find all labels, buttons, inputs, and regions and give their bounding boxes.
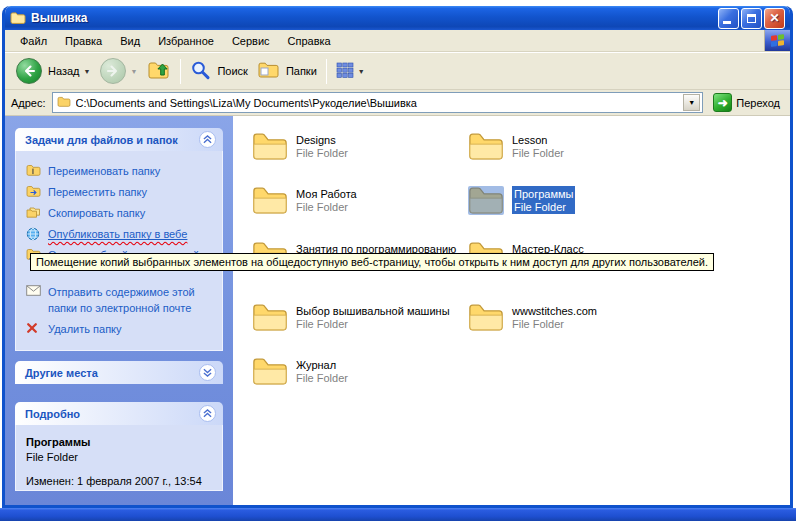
file-item[interactable]: Моя РаботаFile Folder	[252, 186, 457, 215]
minimize-button[interactable]	[718, 8, 739, 29]
task-link[interactable]: Скопировать папку	[48, 205, 145, 221]
menu-items: ФайлПравкаВидИзбранноеСервисСправка	[5, 30, 340, 51]
forward-arrow-icon	[100, 58, 126, 84]
file-name: Выбор вышивальной машины	[296, 305, 450, 318]
back-button[interactable]: Назад ▼	[11, 56, 95, 86]
folder-up-icon	[147, 59, 171, 83]
delete-icon	[26, 322, 42, 334]
file-item[interactable]: ЖурналFile Folder	[252, 357, 457, 386]
window-folder-icon	[10, 11, 26, 25]
details-title: Подробно	[25, 408, 80, 420]
file-name: Designs	[296, 134, 348, 147]
main-area: Задачи для файлов и папок Переименовать …	[5, 116, 790, 505]
task-link[interactable]: Опубликовать папку в вебе	[48, 226, 187, 242]
back-label: Назад	[46, 65, 80, 77]
folders-label: Папки	[284, 65, 317, 77]
tooltip: Помещение копий выбранных элементов на о…	[30, 253, 714, 271]
views-dropdown-icon[interactable]: ▼	[358, 68, 365, 75]
task-link[interactable]: Переместить папку	[48, 184, 147, 200]
task-move-folder[interactable]: Переместить папку	[26, 184, 216, 200]
address-input[interactable]: C:\Documents and Settings\Liza\My Docume…	[52, 92, 704, 113]
folders-button[interactable]: Папки	[253, 59, 322, 83]
minimize-icon	[723, 21, 731, 24]
folder-icon	[252, 303, 288, 332]
publish-web-icon	[26, 227, 42, 241]
go-arrow-icon: ➜	[713, 93, 732, 112]
file-type: File Folder	[512, 318, 597, 331]
chevron-up-icon[interactable]	[199, 131, 216, 148]
search-icon	[190, 60, 211, 83]
titlebar[interactable]: Вышивка ✕	[5, 6, 790, 30]
address-folder-icon	[57, 96, 71, 109]
folder-icon	[252, 357, 288, 386]
address-path[interactable]: C:\Documents and Settings\Liza\My Docume…	[76, 97, 679, 109]
file-type: File Folder	[296, 372, 348, 385]
file-type: File Folder	[512, 147, 564, 160]
tasks-section-header[interactable]: Задачи для файлов и папок	[15, 128, 223, 151]
menu-item-2[interactable]: Вид	[111, 32, 149, 50]
forward-button[interactable]: ▼	[95, 56, 142, 86]
details-header[interactable]: Подробно	[15, 402, 223, 425]
windows-flag-icon	[771, 34, 785, 48]
file-name: Журнал	[296, 359, 348, 372]
addressbar: Адрес: C:\Documents and Settings\Liza\My…	[5, 90, 790, 116]
toolbar: Назад ▼ ▼	[5, 52, 790, 90]
views-button[interactable]: ▼	[331, 60, 370, 82]
go-button[interactable]: ➜ Переход	[709, 93, 784, 112]
file-item[interactable]: ПрограммыFile Folder	[468, 186, 673, 215]
file-name: Программы	[512, 188, 575, 201]
chevron-down-icon[interactable]	[199, 364, 216, 381]
details-body: Программы File Folder Изменен: 1 февраля…	[15, 425, 223, 491]
other-places-header[interactable]: Другие места	[15, 361, 223, 384]
file-item[interactable]: Выбор вышивальной машиныFile Folder	[252, 303, 457, 332]
back-arrow-icon	[16, 58, 42, 84]
task-copy-folder[interactable]: Скопировать папку	[26, 205, 216, 221]
task-rename-folder[interactable]: Переименовать папку	[26, 163, 216, 179]
search-label: Поиск	[215, 65, 247, 77]
details-file-type: File Folder	[26, 450, 216, 465]
close-button[interactable]: ✕	[764, 8, 785, 29]
menu-item-1[interactable]: Правка	[56, 32, 111, 50]
chevron-up-icon[interactable]	[199, 405, 216, 422]
file-name: wwwstitches.com	[512, 305, 597, 318]
menu-item-0[interactable]: Файл	[11, 32, 56, 50]
folder-icon	[468, 132, 504, 161]
task-delete[interactable]: Удалить папку	[26, 321, 216, 337]
maximize-icon	[747, 14, 756, 23]
task-link[interactable]: Отправить содержимое этой папки по элект…	[48, 284, 216, 316]
address-dropdown-button[interactable]: ▼	[683, 94, 700, 111]
file-item[interactable]: DesignsFile Folder	[252, 132, 457, 161]
file-type: File Folder	[296, 318, 450, 331]
windows-logo	[764, 30, 790, 51]
file-item[interactable]: LessonFile Folder	[468, 132, 673, 161]
file-item[interactable]: wwwstitches.comFile Folder	[468, 303, 673, 332]
copy-folder-icon	[26, 206, 42, 218]
file-name: Моя Работа	[296, 188, 357, 201]
file-name: Lesson	[512, 134, 564, 147]
forward-dropdown-icon[interactable]: ▼	[130, 68, 137, 75]
menu-item-3[interactable]: Избранное	[149, 32, 223, 50]
desktop: Вышивка ✕ ФайлПравкаВидИзбранноеСервисСп…	[0, 0, 796, 521]
maximize-button[interactable]	[741, 8, 762, 29]
task-list: Переименовать папкуПереместить папкуСкоп…	[15, 151, 223, 351]
up-button[interactable]	[142, 57, 176, 85]
task-email[interactable]: Отправить содержимое этой папки по элект…	[26, 284, 216, 316]
task-publish-web[interactable]: Опубликовать папку в вебе	[26, 226, 216, 242]
rename-folder-icon	[26, 164, 42, 176]
toolbar-separator	[326, 59, 327, 84]
task-link[interactable]: Удалить папку	[48, 321, 122, 337]
close-icon: ✕	[769, 12, 779, 24]
go-label: Переход	[736, 97, 780, 109]
taskbar[interactable]	[0, 508, 796, 521]
toolbar-separator	[180, 59, 181, 84]
menu-item-4[interactable]: Сервис	[223, 32, 279, 50]
search-button[interactable]: Поиск	[185, 58, 252, 85]
file-type: File Folder	[296, 147, 348, 160]
menu-item-5[interactable]: Справка	[279, 32, 340, 50]
address-label: Адрес:	[11, 97, 46, 109]
views-icon	[336, 62, 354, 80]
task-link[interactable]: Переименовать папку	[48, 163, 160, 179]
back-dropdown-icon[interactable]: ▼	[84, 68, 91, 75]
folder-icon	[252, 132, 288, 161]
task-pane: Задачи для файлов и папок Переименовать …	[5, 116, 233, 505]
